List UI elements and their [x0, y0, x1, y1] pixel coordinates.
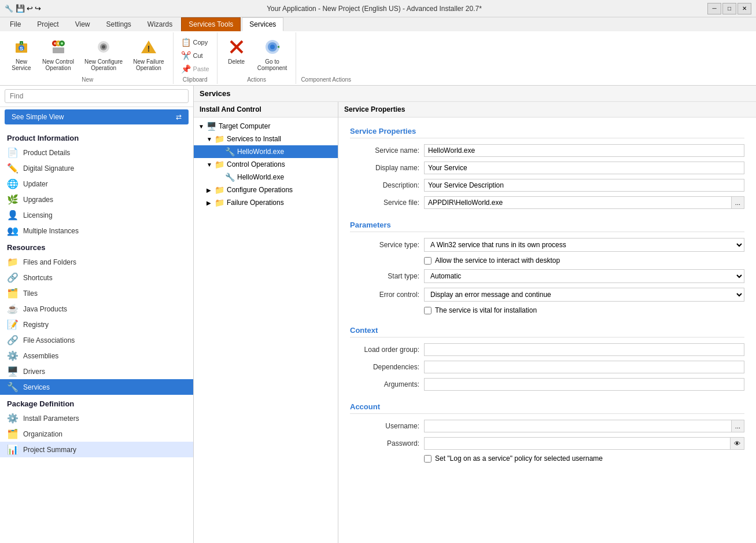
new-service-icon: S + — [13, 39, 29, 57]
sidebar-item-tiles[interactable]: 🗂️ Tiles — [0, 285, 193, 301]
load-order-row: Load order group: — [350, 343, 744, 356]
assemblies-label: Assemblies — [23, 352, 58, 360]
password-input[interactable] — [424, 437, 731, 450]
delete-button[interactable]: Delete — [222, 36, 251, 68]
paste-button[interactable]: 📌 Paste — [178, 63, 212, 75]
dependencies-input[interactable] — [424, 361, 744, 373]
toggle-failure-operations[interactable]: ▶ — [206, 200, 212, 206]
tab-settings[interactable]: Settings — [99, 17, 139, 31]
new-control-operation-button[interactable]: New ControlOperation — [38, 36, 78, 74]
interact-desktop-checkbox[interactable] — [424, 257, 432, 265]
new-failure-operation-button[interactable]: ! New FailureOperation — [129, 36, 168, 74]
tree-item-helloworld-1[interactable]: 🔧 HelloWorld.exe — [194, 145, 338, 158]
minimize-button[interactable]: ─ — [707, 3, 721, 14]
load-order-input[interactable] — [424, 343, 744, 356]
licensing-icon: 👤 — [7, 210, 19, 221]
sidebar-item-registry[interactable]: 📝 Registry — [0, 317, 193, 332]
ribbon-new-label: New — [82, 75, 93, 83]
vital-installation-checkbox[interactable] — [424, 307, 432, 314]
sidebar-item-java-products[interactable]: ☕ Java Products — [0, 301, 193, 317]
sidebar-item-multiple-instances[interactable]: 👥 Multiple Instances — [0, 223, 193, 239]
service-type-select[interactable]: A Win32 service that runs in its own pro… — [424, 238, 744, 252]
sidebar-item-assemblies[interactable]: ⚙️ Assemblies — [0, 348, 193, 364]
new-configure-label: New ConfigureOperation — [84, 58, 123, 71]
tree-item-failure-operations[interactable]: ▶ 📁 Failure Operations — [194, 196, 338, 209]
sidebar-item-updater[interactable]: 🌐 Updater — [0, 176, 193, 192]
tab-project[interactable]: Project — [29, 17, 66, 31]
toggle-control-operations[interactable]: ▼ — [206, 162, 212, 168]
toggle-services-to-install[interactable]: ▼ — [206, 136, 212, 142]
maximize-button[interactable]: □ — [722, 3, 736, 14]
logon-policy-checkbox[interactable] — [424, 455, 432, 463]
simple-view-button[interactable]: See Simple View ⇄ — [5, 109, 189, 124]
toggle-target-computer[interactable]: ▼ — [198, 123, 204, 130]
copy-button[interactable]: 📋 Copy — [178, 36, 212, 49]
tab-services-tools[interactable]: Services Tools — [181, 17, 241, 31]
save-icon[interactable]: 💾 — [16, 4, 25, 13]
description-input[interactable] — [424, 179, 744, 192]
error-control-select[interactable]: Display an error message and continue No… — [424, 288, 744, 302]
sidebar-item-project-summary[interactable]: 📊 Project Summary — [0, 442, 193, 457]
tree-item-control-operations[interactable]: ▼ 📁 Control Operations — [194, 158, 338, 171]
tree-item-helloworld-2[interactable]: 🔧 HelloWorld.exe — [194, 171, 338, 184]
search-input[interactable] — [5, 89, 189, 103]
tab-wizards[interactable]: Wizards — [140, 17, 180, 31]
sidebar-item-drivers[interactable]: 🖥️ Drivers — [0, 364, 193, 379]
tab-services[interactable]: Services — [242, 17, 283, 31]
sidebar-item-organization[interactable]: 🗂️ Organization — [0, 426, 193, 442]
service-file-browse-button[interactable]: ... — [732, 196, 744, 209]
organization-icon: 🗂️ — [7, 428, 19, 439]
service-file-input[interactable] — [424, 196, 732, 209]
tree-item-target-computer[interactable]: ▼ 🖥️ Target Computer — [194, 120, 338, 133]
start-type-select[interactable]: Automatic Manual Disabled — [424, 269, 744, 283]
redo-icon[interactable]: ↪ — [35, 4, 41, 13]
sidebar-item-product-details[interactable]: 📄 Product Details — [0, 145, 193, 160]
sidebar-item-digital-signature[interactable]: ✏️ Digital Signature — [0, 160, 193, 176]
tab-file[interactable]: File — [2, 17, 28, 31]
registry-icon: 📝 — [7, 319, 19, 330]
service-name-input[interactable] — [424, 144, 744, 157]
arguments-input[interactable] — [424, 378, 744, 391]
close-button[interactable]: ✕ — [737, 3, 751, 14]
username-browse-button[interactable]: ... — [732, 420, 744, 432]
sidebar-item-install-parameters[interactable]: ⚙️ Install Parameters — [0, 410, 193, 426]
arguments-label: Arguments: — [350, 380, 419, 388]
display-name-input[interactable] — [424, 162, 744, 174]
service-type-label: Service type: — [350, 241, 419, 249]
sidebar-item-files-and-folders[interactable]: 📁 Files and Folders — [0, 254, 193, 270]
interact-desktop-label: Allow the service to interact with deskt… — [435, 256, 560, 265]
sidebar-content: Product Information 📄 Product Details ✏️… — [0, 127, 193, 543]
vital-installation-row: The service is vital for installation — [350, 306, 744, 314]
resources-section-title: Resources — [0, 239, 193, 254]
sidebar-item-licensing[interactable]: 👤 Licensing — [0, 207, 193, 223]
service-type-row: Service type: A Win32 service that runs … — [350, 238, 744, 252]
undo-icon[interactable]: ↩ — [27, 4, 33, 13]
new-configure-operation-button[interactable]: New ConfigureOperation — [80, 36, 127, 74]
cut-button[interactable]: ✂️ Cut — [178, 49, 212, 62]
new-service-button[interactable]: S + NewService — [7, 36, 36, 74]
sidebar-item-file-associations[interactable]: 🔗 File Associations — [0, 332, 193, 348]
sidebar-item-services[interactable]: 🔧 Services — [0, 379, 193, 395]
multiple-instances-icon: 👥 — [7, 225, 19, 236]
services-to-install-label: Services to Install — [227, 135, 281, 143]
logon-policy-label: Set "Log on as a service" policy for sel… — [435, 454, 603, 463]
sidebar: See Simple View ⇄ Product Information 📄 … — [0, 86, 194, 543]
control-operations-icon: 📁 — [215, 160, 224, 169]
organization-label: Organization — [23, 430, 62, 438]
tab-view[interactable]: View — [68, 17, 98, 31]
tree-item-configure-operations[interactable]: ▶ 📁 Configure Operations — [194, 184, 338, 196]
service-name-row: Service name: — [350, 144, 744, 157]
window-controls: ─ □ ✕ — [707, 3, 751, 14]
toggle-configure-operations[interactable]: ▶ — [206, 187, 212, 193]
tree-item-services-to-install[interactable]: ▼ 📁 Services to Install — [194, 133, 338, 145]
sidebar-item-shortcuts[interactable]: 🔗 Shortcuts — [0, 270, 193, 285]
dependencies-label: Dependencies: — [350, 363, 419, 371]
username-input[interactable] — [424, 420, 732, 432]
password-field: 👁 — [424, 437, 744, 450]
sidebar-item-upgrades[interactable]: 🌿 Upgrades — [0, 192, 193, 207]
paste-icon: 📌 — [181, 64, 191, 74]
go-to-component-button[interactable]: Go toComponent — [253, 36, 292, 74]
password-show-button[interactable]: 👁 — [731, 437, 744, 450]
services-header: Services — [194, 86, 756, 102]
parameters-heading: Parameters — [350, 221, 744, 232]
